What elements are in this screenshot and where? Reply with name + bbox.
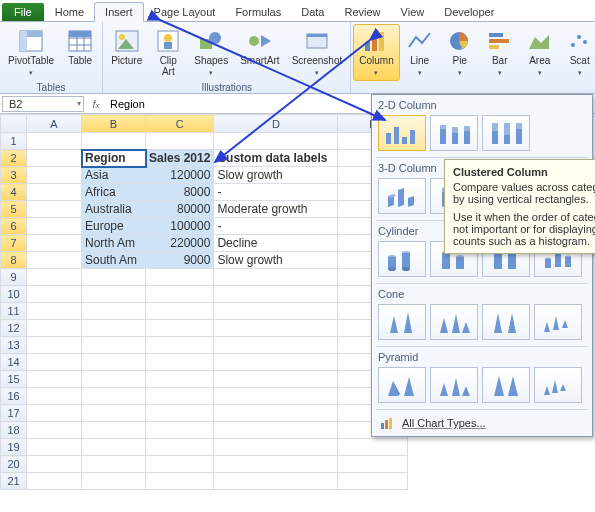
all-chart-types-button[interactable]: All Chart Types... bbox=[372, 410, 592, 436]
scatter-chart-button[interactable]: Scat▾ bbox=[560, 24, 595, 81]
tab-review[interactable]: Review bbox=[334, 3, 390, 21]
cell[interactable]: 220000 bbox=[146, 235, 214, 252]
area-chart-button[interactable]: Area▾ bbox=[520, 24, 560, 81]
cell[interactable]: - bbox=[214, 218, 338, 235]
cell[interactable]: Africa bbox=[82, 184, 146, 201]
chart-thumb-100stacked-column[interactable] bbox=[482, 115, 530, 151]
row-header[interactable]: 17 bbox=[1, 405, 27, 422]
row-header[interactable]: 21 bbox=[1, 473, 27, 490]
chart-thumb-cylinder-1[interactable] bbox=[378, 241, 426, 277]
chart-thumb-cone-2[interactable] bbox=[430, 304, 478, 340]
cell[interactable]: Moderate growth bbox=[214, 201, 338, 218]
row-header[interactable]: 8 bbox=[1, 252, 27, 269]
svg-rect-102 bbox=[385, 420, 388, 429]
row-header[interactable]: 7 bbox=[1, 235, 27, 252]
tab-formulas[interactable]: Formulas bbox=[225, 3, 291, 21]
svg-point-65 bbox=[402, 267, 410, 271]
cell[interactable]: South Am bbox=[82, 252, 146, 269]
row-header[interactable]: 15 bbox=[1, 371, 27, 388]
fx-icon[interactable]: fx bbox=[86, 98, 106, 110]
cell[interactable]: Slow growth bbox=[214, 252, 338, 269]
row-header[interactable]: 16 bbox=[1, 388, 27, 405]
row-header[interactable]: 11 bbox=[1, 303, 27, 320]
chart-thumb-3d-clustered[interactable] bbox=[378, 178, 426, 214]
row-header[interactable]: 6 bbox=[1, 218, 27, 235]
tab-data[interactable]: Data bbox=[291, 3, 334, 21]
pie-chart-button[interactable]: Pie▾ bbox=[440, 24, 480, 81]
clipart-button[interactable]: Clip Art bbox=[148, 24, 188, 81]
picture-button[interactable]: Picture bbox=[105, 24, 148, 81]
svg-marker-100 bbox=[560, 384, 566, 391]
chart-thumb-pyramid-1[interactable] bbox=[378, 367, 426, 403]
cell[interactable]: North Am bbox=[82, 235, 146, 252]
row-header[interactable]: 5 bbox=[1, 201, 27, 218]
column-chart-button[interactable]: Column▾ bbox=[353, 24, 399, 81]
cell[interactable]: Region bbox=[82, 150, 146, 167]
table-button[interactable]: Table bbox=[60, 24, 100, 81]
col-header-D[interactable]: D bbox=[214, 115, 338, 133]
chart-thumb-clustered-column[interactable] bbox=[378, 115, 426, 151]
smartart-button[interactable]: SmartArt bbox=[234, 24, 285, 81]
gallery-section-title: Cone bbox=[378, 288, 586, 300]
chart-thumb-cone-3[interactable] bbox=[482, 304, 530, 340]
chart-thumb-pyramid-4[interactable] bbox=[534, 367, 582, 403]
cell[interactable]: Slow growth bbox=[214, 167, 338, 184]
svg-marker-81 bbox=[404, 312, 412, 333]
chart-thumb-cone-4[interactable] bbox=[534, 304, 582, 340]
screenshot-button[interactable]: Screenshot▾ bbox=[286, 24, 349, 81]
row-header[interactable]: 19 bbox=[1, 439, 27, 456]
cell[interactable]: 80000 bbox=[146, 201, 214, 218]
cell[interactable]: 120000 bbox=[146, 167, 214, 184]
svg-marker-94 bbox=[452, 378, 460, 396]
cell[interactable]: Europe bbox=[82, 218, 146, 235]
group-tables: PivotTable▾ Table Tables bbox=[0, 22, 103, 93]
row-header[interactable]: 13 bbox=[1, 337, 27, 354]
grid[interactable]: A B C D E 1 2 Region Sales 2012 Custom d… bbox=[0, 114, 408, 490]
col-header-A[interactable]: A bbox=[27, 115, 82, 133]
cell[interactable]: Custom data labels bbox=[214, 150, 338, 167]
chart-thumb-pyramid-3[interactable] bbox=[482, 367, 530, 403]
tab-page-layout[interactable]: Page Layout bbox=[144, 3, 226, 21]
cell[interactable]: Sales 2012 bbox=[146, 150, 214, 167]
tab-developer[interactable]: Developer bbox=[434, 3, 504, 21]
bar-chart-button[interactable]: Bar▾ bbox=[480, 24, 520, 81]
tab-file[interactable]: File bbox=[2, 3, 44, 21]
cell[interactable]: Asia bbox=[82, 167, 146, 184]
name-box-dropdown-icon[interactable]: ▾ bbox=[77, 99, 81, 108]
row-header[interactable]: 1 bbox=[1, 133, 27, 150]
shapes-button[interactable]: Shapes▾ bbox=[188, 24, 234, 81]
pivottable-button[interactable]: PivotTable▾ bbox=[2, 24, 60, 81]
picture-icon bbox=[113, 27, 141, 55]
cell[interactable]: Australia bbox=[82, 201, 146, 218]
row-header[interactable]: 18 bbox=[1, 422, 27, 439]
chart-thumb-pyramid-2[interactable] bbox=[430, 367, 478, 403]
row-header[interactable]: 20 bbox=[1, 456, 27, 473]
row-header[interactable]: 10 bbox=[1, 286, 27, 303]
tab-home[interactable]: Home bbox=[45, 3, 94, 21]
svg-rect-79 bbox=[565, 257, 571, 267]
row-header[interactable]: 3 bbox=[1, 167, 27, 184]
chart-thumb-cone-1[interactable] bbox=[378, 304, 426, 340]
svg-marker-96 bbox=[494, 376, 504, 396]
row-header[interactable]: 14 bbox=[1, 354, 27, 371]
row-header[interactable]: 4 bbox=[1, 184, 27, 201]
table-icon bbox=[66, 27, 94, 55]
group-illustrations-label: Illustrations bbox=[105, 81, 348, 94]
tab-view[interactable]: View bbox=[391, 3, 435, 21]
line-chart-button[interactable]: Line▾ bbox=[400, 24, 440, 81]
cell[interactable]: 100000 bbox=[146, 218, 214, 235]
chart-thumb-stacked-column[interactable] bbox=[430, 115, 478, 151]
row-header[interactable]: 2 bbox=[1, 150, 27, 167]
row-header[interactable]: 12 bbox=[1, 320, 27, 337]
select-all-corner[interactable] bbox=[1, 115, 27, 133]
tab-insert[interactable]: Insert bbox=[94, 2, 144, 22]
col-header-C[interactable]: C bbox=[146, 115, 214, 133]
pie-chart-icon bbox=[446, 27, 474, 55]
row-header[interactable]: 9 bbox=[1, 269, 27, 286]
name-box[interactable]: B2▾ bbox=[2, 96, 84, 112]
cell[interactable]: 8000 bbox=[146, 184, 214, 201]
cell[interactable]: Decline bbox=[214, 235, 338, 252]
col-header-B[interactable]: B bbox=[82, 115, 146, 133]
cell[interactable]: - bbox=[214, 184, 338, 201]
cell[interactable]: 9000 bbox=[146, 252, 214, 269]
